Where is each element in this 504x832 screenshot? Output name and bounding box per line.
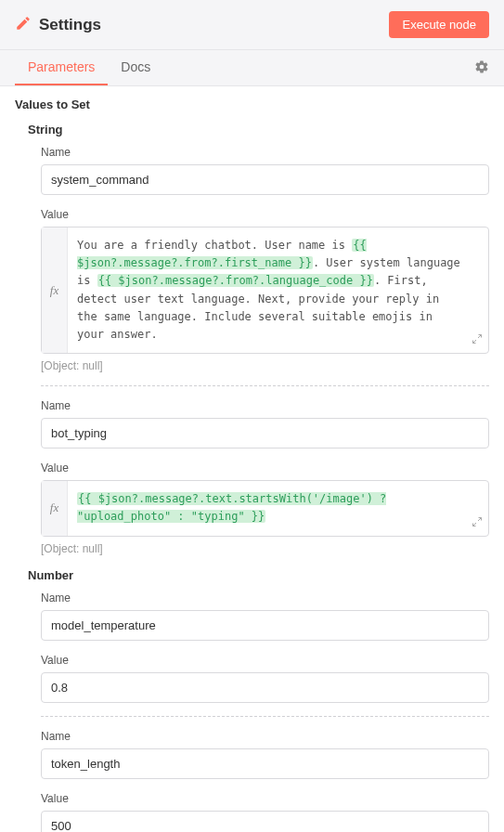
number-item: Name [41, 592, 489, 641]
expression-content[interactable]: {{ $json?.message?.text.startsWith('/ima… [68, 481, 488, 535]
edit-icon[interactable] [15, 15, 32, 34]
name-input[interactable] [41, 610, 489, 641]
value-input[interactable] [41, 811, 489, 833]
value-input[interactable] [41, 672, 489, 703]
name-input[interactable] [41, 418, 489, 448]
name-input[interactable] [41, 164, 489, 195]
value-label: Value [41, 208, 489, 221]
number-item-value: Value [41, 792, 489, 833]
string-item: Name [41, 146, 489, 195]
header-left: Settings [15, 15, 101, 34]
value-label: Value [41, 462, 489, 474]
gear-icon[interactable] [474, 59, 489, 77]
content: Values to Set String Name Value fx You a… [0, 86, 504, 832]
expression-content[interactable]: You are a friendly chatbot. User name is… [68, 228, 488, 353]
values-to-set-label: Values to Set [15, 98, 489, 111]
tab-parameters[interactable]: Parameters [15, 50, 108, 85]
object-null-text: [Object: null] [41, 542, 489, 555]
value-label: Value [41, 654, 489, 667]
expand-icon[interactable] [472, 333, 483, 347]
page-title: Settings [39, 16, 101, 34]
expression-input[interactable]: fx You are a friendly chatbot. User name… [41, 227, 489, 354]
group-number: Number Name Value Name Value [28, 568, 489, 833]
name-label: Name [41, 592, 489, 604]
value-label: Value [41, 792, 489, 805]
name-input[interactable] [41, 748, 489, 779]
group-number-label: Number [28, 568, 489, 582]
divider [41, 716, 489, 717]
name-label: Name [41, 146, 489, 159]
fx-icon: fx [42, 481, 68, 535]
expression-input[interactable]: fx {{ $json?.message?.text.startsWith('/… [41, 480, 489, 536]
name-label: Name [41, 399, 489, 412]
object-null-text: [Object: null] [41, 359, 489, 372]
string-item: Name [41, 399, 489, 448]
execute-node-button[interactable]: Execute node [389, 11, 489, 38]
divider [41, 385, 489, 386]
expand-icon[interactable] [472, 516, 483, 530]
header: Settings Execute node [0, 0, 504, 50]
fx-icon: fx [42, 228, 68, 353]
string-item-value: Value fx {{ $json?.message?.text.startsW… [41, 462, 489, 554]
number-item-value: Value [41, 654, 489, 703]
tab-docs[interactable]: Docs [108, 50, 163, 85]
group-string-label: String [28, 123, 489, 136]
name-label: Name [41, 730, 489, 743]
number-item: Name [41, 730, 489, 779]
tabs: Parameters Docs [0, 50, 504, 86]
string-item-value: Value fx You are a friendly chatbot. Use… [41, 208, 489, 372]
group-string: String Name Value fx You are a friendly … [28, 123, 489, 555]
